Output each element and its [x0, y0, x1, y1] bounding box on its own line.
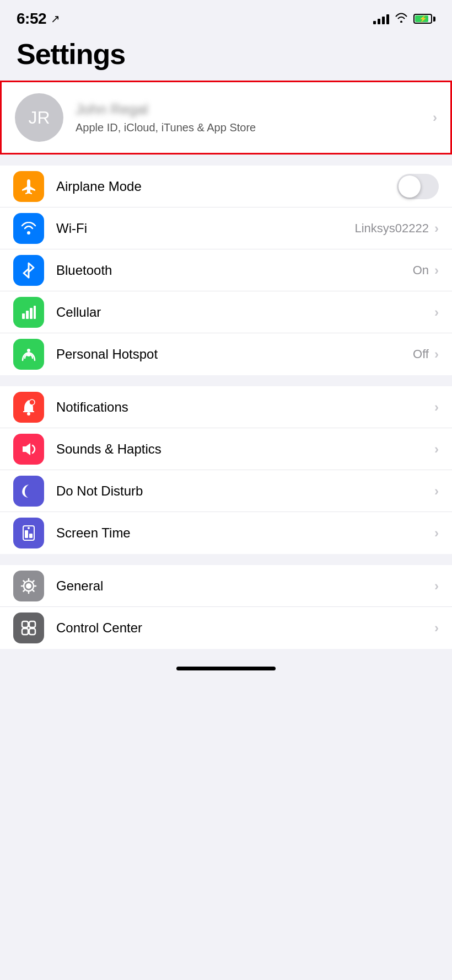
svg-rect-11	[29, 534, 33, 538]
apple-id-section[interactable]: JR John Regal Apple ID, iCloud, iTunes &…	[0, 81, 452, 155]
svg-rect-16	[29, 621, 35, 627]
setting-row-general[interactable]: General ›	[0, 565, 452, 607]
screentime-icon	[13, 518, 44, 548]
hotspot-icon	[13, 339, 44, 370]
sounds-label: Sounds & Haptics	[56, 441, 434, 457]
bluetooth-icon	[13, 255, 44, 286]
svg-rect-17	[22, 629, 28, 635]
cellular-chevron: ›	[434, 305, 439, 320]
svg-point-13	[26, 583, 31, 589]
svg-point-12	[28, 527, 30, 529]
home-bar	[176, 667, 276, 670]
sounds-icon	[13, 434, 44, 465]
hotspot-value: Off	[413, 347, 429, 361]
notifications-icon	[13, 392, 44, 423]
dnd-chevron: ›	[434, 483, 439, 499]
screentime-chevron: ›	[434, 525, 439, 541]
bluetooth-value: On	[413, 263, 429, 278]
airplane-mode-label: Airplane Mode	[56, 179, 397, 194]
svg-rect-0	[22, 313, 25, 319]
page-title: Settings	[17, 38, 435, 71]
bluetooth-label: Bluetooth	[56, 263, 413, 278]
apple-id-chevron: ›	[433, 110, 437, 125]
general-label: General	[56, 578, 434, 594]
bluetooth-chevron: ›	[434, 263, 439, 278]
setting-row-notifications[interactable]: Notifications ›	[0, 386, 452, 428]
svg-point-7	[29, 400, 35, 405]
svg-rect-15	[22, 621, 28, 627]
general-icon	[13, 571, 44, 601]
setting-row-dnd[interactable]: Do Not Disturb ›	[0, 470, 452, 512]
svg-rect-3	[34, 306, 36, 319]
sounds-chevron: ›	[434, 441, 439, 457]
dnd-icon	[13, 476, 44, 507]
svg-point-6	[27, 412, 30, 416]
control-center-label: Control Center	[56, 620, 434, 636]
apple-id-row[interactable]: JR John Regal Apple ID, iCloud, iTunes &…	[2, 82, 450, 153]
home-indicator	[0, 660, 452, 675]
battery-icon: ⚡	[413, 14, 435, 24]
network-section: Airplane Mode Wi-Fi Linksys02222 › Bluet…	[0, 166, 452, 375]
wifi-value: Linksys02222	[354, 221, 429, 236]
setting-row-cellular[interactable]: Cellular ›	[0, 291, 452, 333]
location-icon: ↗	[51, 12, 60, 25]
airplane-mode-toggle[interactable]	[397, 174, 439, 199]
dnd-label: Do Not Disturb	[56, 483, 434, 499]
setting-row-bluetooth[interactable]: Bluetooth On ›	[0, 249, 452, 291]
notification-section: Notifications › Sounds & Haptics › Do No…	[0, 386, 452, 554]
cellular-icon	[13, 297, 44, 328]
control-center-icon	[13, 612, 44, 643]
cellular-label: Cellular	[56, 305, 434, 320]
wifi-chevron: ›	[434, 221, 439, 236]
wifi-icon	[13, 213, 44, 244]
signal-bars-icon	[373, 13, 389, 24]
wifi-status-icon	[395, 12, 408, 26]
status-icons: ⚡	[373, 12, 435, 26]
notifications-label: Notifications	[56, 400, 434, 415]
general-section: General › Control Center ›	[0, 565, 452, 649]
wifi-label: Wi-Fi	[56, 221, 354, 236]
apple-id-info: John Regal Apple ID, iCloud, iTunes & Ap…	[76, 101, 421, 134]
setting-row-sounds[interactable]: Sounds & Haptics ›	[0, 428, 452, 470]
hotspot-label: Personal Hotspot	[56, 347, 413, 362]
screentime-label: Screen Time	[56, 525, 434, 541]
hotspot-chevron: ›	[434, 347, 439, 362]
setting-row-hotspot[interactable]: Personal Hotspot Off ›	[0, 333, 452, 375]
svg-rect-2	[30, 308, 33, 319]
svg-rect-1	[26, 311, 29, 319]
avatar: JR	[15, 93, 63, 142]
svg-rect-10	[25, 530, 28, 538]
avatar-initials: JR	[28, 108, 50, 128]
svg-rect-18	[29, 629, 35, 635]
setting-row-wifi[interactable]: Wi-Fi Linksys02222 ›	[0, 207, 452, 249]
page-title-section: Settings	[0, 32, 452, 81]
setting-row-control-center[interactable]: Control Center ›	[0, 607, 452, 649]
setting-row-screentime[interactable]: Screen Time ›	[0, 512, 452, 554]
airplane-mode-icon	[13, 171, 44, 202]
svg-point-5	[27, 349, 30, 352]
status-time: 6:52	[17, 10, 46, 28]
setting-row-airplane[interactable]: Airplane Mode	[0, 166, 452, 207]
control-center-chevron: ›	[434, 620, 439, 636]
apple-id-subtitle: Apple ID, iCloud, iTunes & App Store	[76, 121, 421, 134]
apple-id-name: John Regal	[76, 101, 421, 118]
status-bar: 6:52 ↗ ⚡	[0, 0, 452, 32]
general-chevron: ›	[434, 578, 439, 594]
notifications-chevron: ›	[434, 400, 439, 415]
